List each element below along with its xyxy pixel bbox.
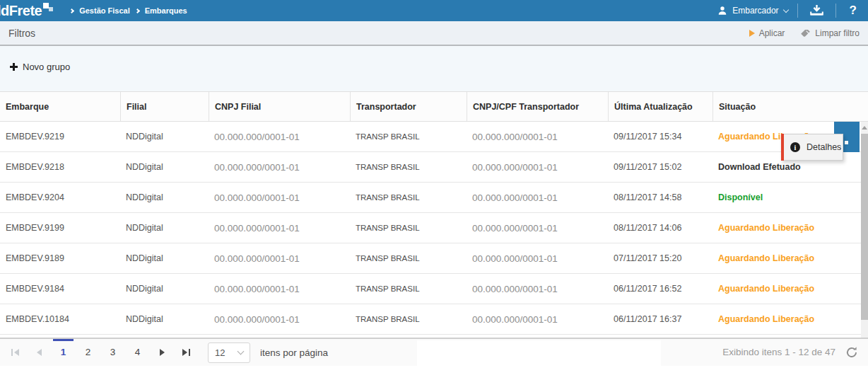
cell-cnpj-filial: 00.000.000/0001-01 xyxy=(209,274,350,304)
table-row[interactable]: EMBDEV.10184 NDDigital 00.000.000/0001-0… xyxy=(0,304,868,335)
cell-embarque: EMBDEV.10184 xyxy=(0,304,120,334)
cell-cnpj-filial: 00.000.000/0001-01 xyxy=(209,152,350,182)
cell-atualizacao: 06/11/2017 16:52 xyxy=(608,274,712,304)
cell-cnpj-transportador: 00.000.000/0001-01 xyxy=(467,213,608,243)
column-header-filial[interactable]: Filial xyxy=(120,92,209,121)
first-page-button[interactable] xyxy=(3,339,27,366)
cell-atualizacao: 09/11/2017 15:02 xyxy=(608,152,712,182)
page-size-value: 12 xyxy=(215,347,225,358)
chevron-right-icon xyxy=(135,8,140,13)
cell-atualizacao: 08/11/2017 14:06 xyxy=(608,213,712,243)
cell-filial: NDDigital xyxy=(120,213,209,243)
cell-cnpj-transportador: 00.000.000/0001-01 xyxy=(467,122,608,151)
cell-transportador: TRANSP BRASIL xyxy=(350,304,467,334)
cell-cnpj-filial: 00.000.000/0001-01 xyxy=(209,213,350,243)
cell-filial: NDDigital xyxy=(120,274,209,304)
cell-cnpj-filial: 00.000.000/0001-01 xyxy=(209,122,350,151)
apply-filter-button[interactable]: Aplicar xyxy=(749,28,785,38)
cell-situacao: Aguardando Liberação xyxy=(712,243,868,273)
info-icon: i xyxy=(790,142,800,152)
footer-white-patch xyxy=(417,340,661,366)
refresh-button[interactable] xyxy=(845,346,858,359)
cell-transportador: TRANSP BRASIL xyxy=(350,122,467,151)
page-button-1[interactable]: 1 xyxy=(51,339,76,366)
scrollbar-thumb[interactable] xyxy=(861,134,868,320)
cell-atualizacao: 07/11/2017 15:20 xyxy=(608,243,712,273)
table-header: Embarque Filial CNPJ Filial Transportado… xyxy=(0,91,868,122)
page-button-4[interactable]: 4 xyxy=(125,339,150,366)
help-button[interactable]: ? xyxy=(845,4,861,18)
cell-filial: NDDigital xyxy=(120,122,209,151)
row-actions-icon xyxy=(845,141,848,144)
table-body: EMBDEV.9219 NDDigital 00.000.000/0001-01… xyxy=(0,122,868,335)
topbar-actions: Embarcador ? xyxy=(717,0,868,21)
items-per-page-label: itens por página xyxy=(260,347,328,358)
cell-cnpj-transportador: 00.000.000/0001-01 xyxy=(467,243,608,273)
next-page-button[interactable] xyxy=(150,339,174,366)
table-row[interactable]: EMBDEV.9204 NDDigital 00.000.000/0001-01… xyxy=(0,183,868,213)
play-icon xyxy=(749,30,755,37)
cell-transportador: TRANSP BRASIL xyxy=(350,152,467,182)
cell-situacao: Disponível xyxy=(712,183,868,212)
cell-transportador: TRANSP BRASIL xyxy=(350,243,467,273)
cell-cnpj-transportador: 00.000.000/0001-01 xyxy=(467,274,608,304)
column-header-embarque[interactable]: Embarque xyxy=(0,92,120,121)
breadcrumb: Gestão Fiscal Embarques xyxy=(70,6,187,15)
cell-atualizacao: 09/11/2017 15:34 xyxy=(608,122,712,151)
pager-footer: 1 2 3 4 12 itens por página Exibindo ite… xyxy=(0,338,868,366)
cell-filial: NDDigital xyxy=(120,243,209,273)
cell-atualizacao: 08/11/2017 14:58 xyxy=(608,183,712,212)
detalhes-label: Detalhes xyxy=(807,142,841,152)
pager: 1 2 3 4 12 itens por página xyxy=(3,339,328,366)
cell-atualizacao: 06/11/2017 16:37 xyxy=(608,304,712,334)
table-row[interactable]: EMBDEV.9219 NDDigital 00.000.000/0001-01… xyxy=(0,122,868,152)
column-header-cnpj-transportador[interactable]: CNPJ/CPF Transportador xyxy=(467,92,608,121)
cell-cnpj-filial: 00.000.000/0001-01 xyxy=(209,183,350,212)
group-bar: Novo grupo xyxy=(0,46,868,91)
cell-embarque: EMBDEV.9189 xyxy=(0,243,120,273)
clear-filter-button[interactable]: Limpar filtro xyxy=(800,28,860,38)
cell-embarque: EMBDEV.9199 xyxy=(0,213,120,243)
cell-situacao: Aguardando Liberação xyxy=(712,274,868,304)
refresh-icon xyxy=(845,346,858,359)
account-menu[interactable]: Embarcador xyxy=(717,6,787,16)
download-button[interactable] xyxy=(807,5,826,16)
download-icon xyxy=(810,5,823,16)
pager-summary: Exibindo itens 1 - 12 de 47 xyxy=(722,339,835,366)
plus-icon xyxy=(10,63,18,71)
cell-transportador: TRANSP BRASIL xyxy=(350,274,467,304)
cell-cnpj-transportador: 00.000.000/0001-01 xyxy=(467,152,608,182)
app-logo[interactable]: ldFrete xyxy=(0,3,53,19)
cell-filial: NDDigital xyxy=(120,183,209,212)
cell-situacao: Aguardando Liberação xyxy=(712,213,868,243)
last-page-button[interactable] xyxy=(174,339,198,366)
table-row[interactable]: EMBDEV.9199 NDDigital 00.000.000/0001-01… xyxy=(0,213,868,243)
page-button-3[interactable]: 3 xyxy=(100,339,125,366)
column-header-transportador[interactable]: Transportador xyxy=(350,92,467,121)
cell-cnpj-transportador: 00.000.000/0001-01 xyxy=(467,304,608,334)
row-context-menu-detalhes[interactable]: i Detalhes xyxy=(781,134,843,161)
column-header-situacao[interactable]: Situação xyxy=(712,92,868,121)
prev-page-button[interactable] xyxy=(27,339,51,366)
cell-embarque: EMBDEV.9204 xyxy=(0,183,120,212)
column-header-cnpj-filial[interactable]: CNPJ Filial xyxy=(209,92,350,121)
breadcrumb-embarques[interactable]: Embarques xyxy=(145,6,187,15)
page-size-dropdown[interactable]: 12 xyxy=(208,342,250,363)
user-icon xyxy=(717,6,727,16)
breadcrumb-gestao-fiscal[interactable]: Gestão Fiscal xyxy=(79,6,130,15)
cell-cnpj-filial: 00.000.000/0001-01 xyxy=(209,243,350,273)
table-row[interactable]: EMBDEV.9218 NDDigital 00.000.000/0001-01… xyxy=(0,152,868,183)
vertical-scrollbar[interactable] xyxy=(861,122,868,338)
scroll-up-arrow[interactable] xyxy=(862,126,867,129)
cell-embarque: EMBDEV.9219 xyxy=(0,122,120,151)
cell-cnpj-filial: 00.000.000/0001-01 xyxy=(209,304,350,334)
cell-filial: NDDigital xyxy=(120,304,209,334)
new-group-button[interactable]: Novo grupo xyxy=(10,62,70,72)
divider xyxy=(797,4,798,18)
table-row[interactable]: EMBDEV.9189 NDDigital 00.000.000/0001-01… xyxy=(0,243,868,274)
page-button-2[interactable]: 2 xyxy=(76,339,100,366)
table-row[interactable]: EMBDEV.9184 NDDigital 00.000.000/0001-01… xyxy=(0,274,868,304)
chevron-down-icon xyxy=(782,6,788,12)
logo-squares-icon xyxy=(43,3,53,12)
column-header-atualizacao[interactable]: Última Atualização xyxy=(608,92,712,121)
